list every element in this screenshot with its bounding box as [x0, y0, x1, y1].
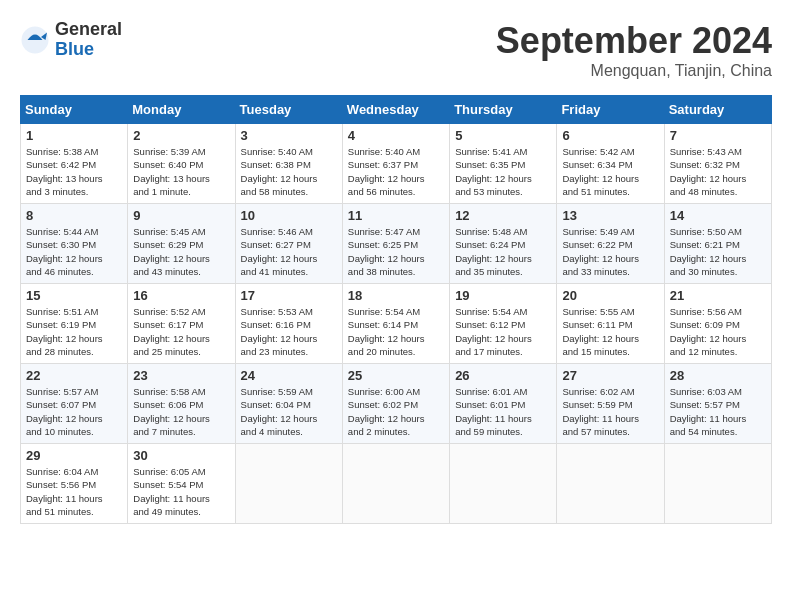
day-cell [664, 444, 771, 524]
day-number: 9 [133, 208, 229, 223]
day-cell: 1Sunrise: 5:38 AM Sunset: 6:42 PM Daylig… [21, 124, 128, 204]
day-info: Sunrise: 5:44 AM Sunset: 6:30 PM Dayligh… [26, 225, 122, 278]
day-cell: 22Sunrise: 5:57 AM Sunset: 6:07 PM Dayli… [21, 364, 128, 444]
day-cell: 25Sunrise: 6:00 AM Sunset: 6:02 PM Dayli… [342, 364, 449, 444]
day-info: Sunrise: 5:46 AM Sunset: 6:27 PM Dayligh… [241, 225, 337, 278]
day-number: 26 [455, 368, 551, 383]
logo-icon [20, 25, 50, 55]
day-info: Sunrise: 5:50 AM Sunset: 6:21 PM Dayligh… [670, 225, 766, 278]
day-cell: 30Sunrise: 6:05 AM Sunset: 5:54 PM Dayli… [128, 444, 235, 524]
day-number: 24 [241, 368, 337, 383]
day-number: 22 [26, 368, 122, 383]
weekday-sunday: Sunday [21, 96, 128, 124]
calendar-table: SundayMondayTuesdayWednesdayThursdayFrid… [20, 95, 772, 524]
day-info: Sunrise: 5:48 AM Sunset: 6:24 PM Dayligh… [455, 225, 551, 278]
day-cell [557, 444, 664, 524]
day-number: 10 [241, 208, 337, 223]
day-number: 16 [133, 288, 229, 303]
day-number: 21 [670, 288, 766, 303]
day-cell [235, 444, 342, 524]
day-info: Sunrise: 6:04 AM Sunset: 5:56 PM Dayligh… [26, 465, 122, 518]
day-info: Sunrise: 5:55 AM Sunset: 6:11 PM Dayligh… [562, 305, 658, 358]
day-info: Sunrise: 5:54 AM Sunset: 6:14 PM Dayligh… [348, 305, 444, 358]
logo: General Blue [20, 20, 122, 60]
day-cell [342, 444, 449, 524]
day-cell: 19Sunrise: 5:54 AM Sunset: 6:12 PM Dayli… [450, 284, 557, 364]
week-row-3: 15Sunrise: 5:51 AM Sunset: 6:19 PM Dayli… [21, 284, 772, 364]
day-cell: 15Sunrise: 5:51 AM Sunset: 6:19 PM Dayli… [21, 284, 128, 364]
day-number: 23 [133, 368, 229, 383]
day-number: 27 [562, 368, 658, 383]
day-info: Sunrise: 6:01 AM Sunset: 6:01 PM Dayligh… [455, 385, 551, 438]
day-info: Sunrise: 5:59 AM Sunset: 6:04 PM Dayligh… [241, 385, 337, 438]
title-block: September 2024 Mengquan, Tianjin, China [496, 20, 772, 80]
day-number: 6 [562, 128, 658, 143]
day-number: 17 [241, 288, 337, 303]
day-info: Sunrise: 5:40 AM Sunset: 6:37 PM Dayligh… [348, 145, 444, 198]
week-row-2: 8Sunrise: 5:44 AM Sunset: 6:30 PM Daylig… [21, 204, 772, 284]
day-number: 12 [455, 208, 551, 223]
day-cell: 23Sunrise: 5:58 AM Sunset: 6:06 PM Dayli… [128, 364, 235, 444]
day-info: Sunrise: 5:47 AM Sunset: 6:25 PM Dayligh… [348, 225, 444, 278]
calendar-body: 1Sunrise: 5:38 AM Sunset: 6:42 PM Daylig… [21, 124, 772, 524]
day-info: Sunrise: 5:57 AM Sunset: 6:07 PM Dayligh… [26, 385, 122, 438]
day-number: 25 [348, 368, 444, 383]
logo-blue: Blue [55, 40, 122, 60]
weekday-monday: Monday [128, 96, 235, 124]
day-cell: 11Sunrise: 5:47 AM Sunset: 6:25 PM Dayli… [342, 204, 449, 284]
weekday-saturday: Saturday [664, 96, 771, 124]
day-number: 13 [562, 208, 658, 223]
day-number: 20 [562, 288, 658, 303]
day-cell: 12Sunrise: 5:48 AM Sunset: 6:24 PM Dayli… [450, 204, 557, 284]
day-info: Sunrise: 6:05 AM Sunset: 5:54 PM Dayligh… [133, 465, 229, 518]
day-info: Sunrise: 5:53 AM Sunset: 6:16 PM Dayligh… [241, 305, 337, 358]
day-cell: 18Sunrise: 5:54 AM Sunset: 6:14 PM Dayli… [342, 284, 449, 364]
day-info: Sunrise: 5:42 AM Sunset: 6:34 PM Dayligh… [562, 145, 658, 198]
day-number: 11 [348, 208, 444, 223]
weekday-thursday: Thursday [450, 96, 557, 124]
day-cell [450, 444, 557, 524]
week-row-4: 22Sunrise: 5:57 AM Sunset: 6:07 PM Dayli… [21, 364, 772, 444]
day-cell: 17Sunrise: 5:53 AM Sunset: 6:16 PM Dayli… [235, 284, 342, 364]
day-number: 8 [26, 208, 122, 223]
day-cell: 26Sunrise: 6:01 AM Sunset: 6:01 PM Dayli… [450, 364, 557, 444]
day-number: 29 [26, 448, 122, 463]
weekday-header-row: SundayMondayTuesdayWednesdayThursdayFrid… [21, 96, 772, 124]
weekday-friday: Friday [557, 96, 664, 124]
page-header: General Blue September 2024 Mengquan, Ti… [20, 20, 772, 80]
week-row-1: 1Sunrise: 5:38 AM Sunset: 6:42 PM Daylig… [21, 124, 772, 204]
day-cell: 3Sunrise: 5:40 AM Sunset: 6:38 PM Daylig… [235, 124, 342, 204]
day-info: Sunrise: 5:54 AM Sunset: 6:12 PM Dayligh… [455, 305, 551, 358]
day-cell: 20Sunrise: 5:55 AM Sunset: 6:11 PM Dayli… [557, 284, 664, 364]
day-cell: 24Sunrise: 5:59 AM Sunset: 6:04 PM Dayli… [235, 364, 342, 444]
day-cell: 9Sunrise: 5:45 AM Sunset: 6:29 PM Daylig… [128, 204, 235, 284]
day-info: Sunrise: 5:41 AM Sunset: 6:35 PM Dayligh… [455, 145, 551, 198]
day-info: Sunrise: 5:58 AM Sunset: 6:06 PM Dayligh… [133, 385, 229, 438]
day-info: Sunrise: 5:49 AM Sunset: 6:22 PM Dayligh… [562, 225, 658, 278]
day-info: Sunrise: 5:56 AM Sunset: 6:09 PM Dayligh… [670, 305, 766, 358]
day-number: 28 [670, 368, 766, 383]
day-info: Sunrise: 5:43 AM Sunset: 6:32 PM Dayligh… [670, 145, 766, 198]
week-row-5: 29Sunrise: 6:04 AM Sunset: 5:56 PM Dayli… [21, 444, 772, 524]
weekday-wednesday: Wednesday [342, 96, 449, 124]
day-number: 5 [455, 128, 551, 143]
day-number: 30 [133, 448, 229, 463]
day-cell: 5Sunrise: 5:41 AM Sunset: 6:35 PM Daylig… [450, 124, 557, 204]
day-number: 15 [26, 288, 122, 303]
day-number: 7 [670, 128, 766, 143]
day-info: Sunrise: 5:51 AM Sunset: 6:19 PM Dayligh… [26, 305, 122, 358]
day-cell: 6Sunrise: 5:42 AM Sunset: 6:34 PM Daylig… [557, 124, 664, 204]
location: Mengquan, Tianjin, China [496, 62, 772, 80]
day-cell: 27Sunrise: 6:02 AM Sunset: 5:59 PM Dayli… [557, 364, 664, 444]
day-cell: 4Sunrise: 5:40 AM Sunset: 6:37 PM Daylig… [342, 124, 449, 204]
day-info: Sunrise: 6:02 AM Sunset: 5:59 PM Dayligh… [562, 385, 658, 438]
day-cell: 2Sunrise: 5:39 AM Sunset: 6:40 PM Daylig… [128, 124, 235, 204]
day-info: Sunrise: 5:39 AM Sunset: 6:40 PM Dayligh… [133, 145, 229, 198]
day-cell: 7Sunrise: 5:43 AM Sunset: 6:32 PM Daylig… [664, 124, 771, 204]
day-info: Sunrise: 5:40 AM Sunset: 6:38 PM Dayligh… [241, 145, 337, 198]
day-cell: 29Sunrise: 6:04 AM Sunset: 5:56 PM Dayli… [21, 444, 128, 524]
day-info: Sunrise: 6:00 AM Sunset: 6:02 PM Dayligh… [348, 385, 444, 438]
day-cell: 8Sunrise: 5:44 AM Sunset: 6:30 PM Daylig… [21, 204, 128, 284]
day-info: Sunrise: 5:38 AM Sunset: 6:42 PM Dayligh… [26, 145, 122, 198]
day-number: 19 [455, 288, 551, 303]
